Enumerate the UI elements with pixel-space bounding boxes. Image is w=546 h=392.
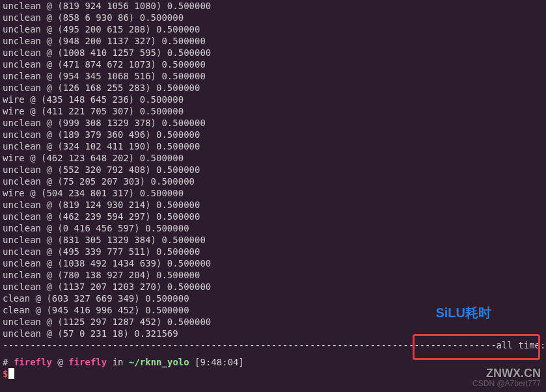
watermark-author: CSDN @A7bert777 (472, 378, 541, 389)
output-line: clean @ (603 327 669 349) 0.500000 (3, 293, 543, 304)
annotation-label: SiLU耗时 (435, 307, 491, 319)
output-line: unclean @ (324 102 411 190) 0.500000 (3, 140, 543, 152)
summary-line: ----------------------------------------… (3, 339, 543, 351)
prompt-user: firefly (14, 357, 52, 367)
output-line: wire @ (435 148 645 236) 0.500000 (3, 94, 543, 105)
prompt-at: @ (57, 357, 62, 367)
output-line: unclean @ (495 339 777 511) 0.500000 (3, 246, 543, 257)
output-line: unclean @ (552 320 792 408) 0.500000 (3, 164, 543, 176)
output-line: unclean @ (954 345 1068 516) 0.500000 (3, 70, 543, 82)
output-line: unclean @ (0 416 456 597) 0.500000 (3, 222, 543, 234)
output-line: unclean @ (189 379 360 496) 0.500000 (3, 129, 543, 140)
output-line: unclean @ (1008 410 1257 595) 0.500000 (3, 47, 543, 59)
output-line: unclean @ (819 924 1056 1080) 0.500000 (3, 0, 543, 12)
output-line: unclean @ (780 138 927 204) 0.500000 (3, 269, 543, 281)
output-line: unclean @ (126 168 255 283) 0.500000 (3, 82, 543, 94)
output-line: unclean @ (819 124 930 214) 0.500000 (3, 199, 543, 211)
terminal-output[interactable]: unclean @ (819 924 1056 1080) 0.500000un… (0, 0, 546, 380)
output-line: unclean @ (75 205 207 303) 0.500000 (3, 176, 543, 187)
cursor-block (8, 368, 14, 379)
output-line: unclean @ (948 200 1137 327) 0.500000 (3, 35, 543, 47)
output-line: unclean @ (1137 207 1203 270) 0.500000 (3, 281, 543, 293)
prompt-time: [9:48:04] (195, 357, 244, 367)
prompt-host: firefly (68, 357, 107, 367)
output-line: unclean @ (495 200 615 288) 0.500000 (3, 23, 543, 35)
output-line: unclean @ (462 239 594 297) 0.500000 (3, 211, 543, 222)
prompt-in: in (113, 357, 124, 367)
prompt-hash: # (3, 357, 8, 367)
prompt-line: # firefly @ firefly in ~/rknn_yolo [9:48… (3, 356, 543, 368)
output-line: wire @ (462 123 648 202) 0.500000 (3, 152, 543, 164)
prompt-input-line[interactable]: $ (3, 368, 543, 380)
prompt-dollar: $ (3, 369, 8, 379)
output-line: unclean @ (831 305 1329 384) 0.500000 (3, 234, 543, 246)
output-line: unclean @ (471 874 672 1073) 0.500000 (3, 59, 543, 70)
output-line: wire @ (504 234 801 317) 0.500000 (3, 187, 543, 199)
output-line: unclean @ (999 308 1329 378) 0.500000 (3, 117, 543, 129)
output-line: unclean @ (57 0 231 18) 0.321569 (3, 328, 543, 339)
prompt-path: ~/rknn_yolo (129, 357, 189, 367)
output-line: wire @ (411 221 705 307) 0.500000 (3, 105, 543, 117)
output-line: unclean @ (858 6 930 86) 0.500000 (3, 12, 543, 23)
output-line: unclean @ (1038 492 1434 639) 0.500000 (3, 257, 543, 269)
